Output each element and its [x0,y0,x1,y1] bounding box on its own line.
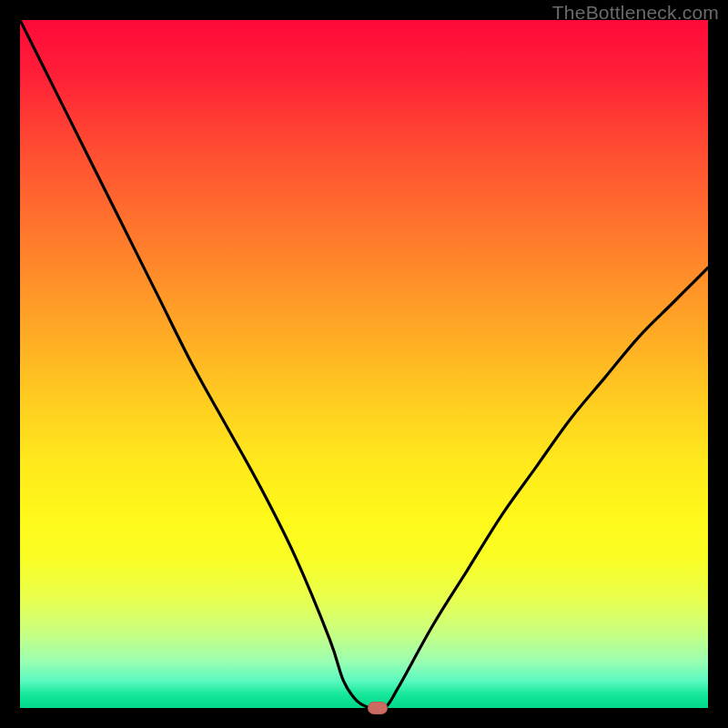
optimum-marker [368,702,388,714]
chart-frame: TheBottleneck.com [0,0,728,728]
curve-layer [20,20,708,708]
watermark-label: TheBottleneck.com [552,2,719,24]
bottleneck-curve [20,20,708,708]
plot-area [20,20,708,708]
